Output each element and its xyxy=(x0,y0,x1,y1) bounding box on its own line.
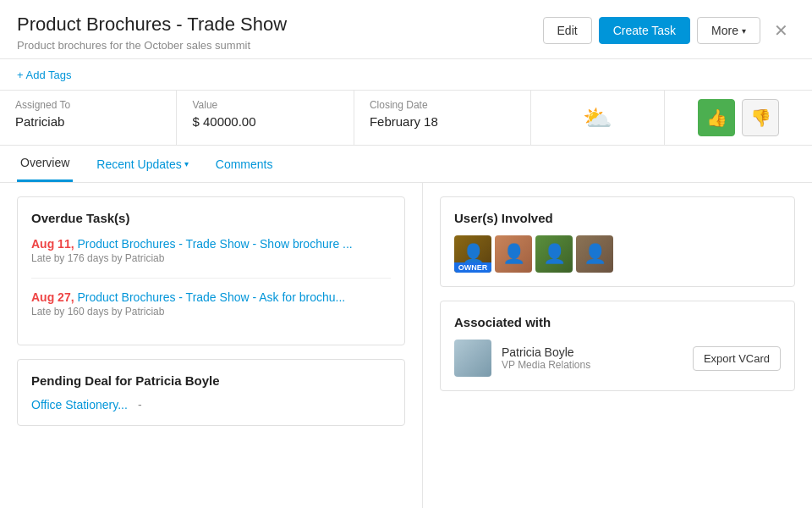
task-late-1: Late by 176 days by Patriciab xyxy=(31,252,391,264)
avatar-user-3[interactable]: 👤 xyxy=(535,235,573,273)
assoc-avatar xyxy=(454,340,491,377)
owner-badge: OWNER xyxy=(454,262,491,273)
more-button[interactable]: More ▾ xyxy=(697,17,760,44)
close-button[interactable]: ✕ xyxy=(767,17,795,44)
task-desc-1[interactable]: Product Brochures - Trade Show - Show br… xyxy=(77,237,352,251)
tab-comments[interactable]: Comments xyxy=(212,147,277,181)
assigned-label: Assigned To xyxy=(15,99,161,111)
user-avatars: 👤 OWNER 👤 👤 👤 xyxy=(454,235,781,273)
page-title: Product Brochures - Trade Show xyxy=(17,14,543,36)
task-date-2: Aug 27, xyxy=(31,290,74,304)
thumbs-down-button[interactable]: 👎 xyxy=(742,99,779,136)
export-vcard-button[interactable]: Export VCard xyxy=(693,346,781,371)
add-tags-link[interactable]: + Add Tags xyxy=(17,69,71,81)
users-title: User(s) Involved xyxy=(454,211,781,225)
task-desc-2[interactable]: Product Brochures - Trade Show - Ask for… xyxy=(77,290,345,304)
task-item: Aug 27, Product Brochures - Trade Show -… xyxy=(31,290,391,318)
edit-button[interactable]: Edit xyxy=(543,17,592,44)
page-subtitle: Product brochures for the October sales … xyxy=(17,39,543,52)
thumbs-up-button[interactable]: 👍 xyxy=(698,99,735,136)
task-late-2: Late by 160 days by Patriciab xyxy=(31,306,391,318)
assoc-title: Associated with xyxy=(454,315,781,329)
closing-date: February 18 xyxy=(370,114,515,129)
chevron-down-icon: ▾ xyxy=(184,159,189,168)
assigned-value: Patriciab xyxy=(15,114,161,129)
weather-icon: ⛅ xyxy=(583,104,612,132)
value-label: Value xyxy=(192,99,337,111)
closing-label: Closing Date xyxy=(370,99,515,111)
tab-recent-updates[interactable]: Recent Updates ▾ xyxy=(93,147,191,181)
tab-overview[interactable]: Overview xyxy=(17,146,73,182)
task-date-1: Aug 11, xyxy=(31,237,74,251)
pending-item-value: - xyxy=(138,398,142,411)
avatar-owner[interactable]: 👤 OWNER xyxy=(454,235,491,273)
chevron-down-icon: ▾ xyxy=(742,26,746,36)
assoc-role: VP Media Relations xyxy=(502,359,683,371)
pending-title: Pending Deal for Patricia Boyle xyxy=(31,373,391,388)
overdue-title: Overdue Task(s) xyxy=(31,211,391,225)
task-item: Aug 11, Product Brochures - Trade Show -… xyxy=(31,237,391,264)
value-amount: $ 40000.00 xyxy=(192,114,337,129)
avatar-user-4[interactable]: 👤 xyxy=(576,235,613,273)
assoc-name: Patricia Boyle xyxy=(502,345,683,359)
create-task-button[interactable]: Create Task xyxy=(599,17,690,44)
avatar-user-2[interactable]: 👤 xyxy=(495,235,532,273)
pending-item-name[interactable]: Office Stationery... xyxy=(31,398,128,411)
